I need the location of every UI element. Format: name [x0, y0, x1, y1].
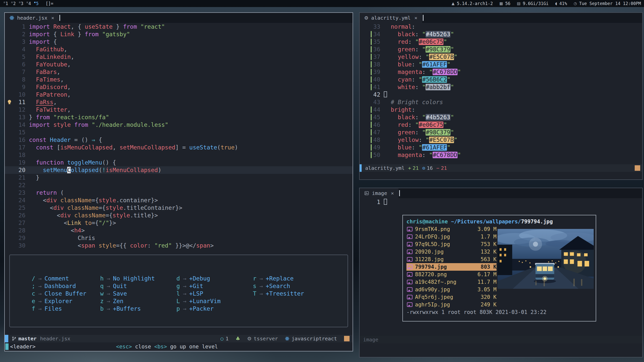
- whichkey-binding[interactable]: c→Close Buffer: [31, 290, 100, 297]
- code-line[interactable]: 30 <span style={{ color: "red" }}>@</spa…: [5, 242, 353, 249]
- code-line[interactable]: 37 yellow: "#E5C07B": [360, 53, 642, 61]
- scroll-indicator[interactable]: [344, 336, 350, 341]
- code-line[interactable]: 40 cyan: "#56B6C2": [360, 76, 642, 83]
- scroll-indicator[interactable]: [635, 165, 640, 171]
- code-buffer-alacritty[interactable]: 33 normal:34 black: "#4b5263"35 red: "#e…: [360, 23, 642, 164]
- code-line[interactable]: 49 blue: "#61AFEF": [360, 144, 642, 151]
- code-line[interactable]: 25 <div className={style.titleContainer}…: [5, 204, 353, 212]
- close-icon[interactable]: ×: [391, 190, 394, 196]
- code-line[interactable]: 13} from "react-icons/fa": [5, 113, 353, 121]
- code-line[interactable]: 23 return (: [5, 189, 353, 196]
- layout-symbol[interactable]: []=: [46, 1, 53, 6]
- file-row[interactable]: aghr5Ip.jpg249 K: [406, 301, 497, 308]
- whichkey-binding[interactable]: d→+Debug: [176, 275, 253, 282]
- code-line[interactable]: 16const Header = () ⇒ {: [5, 136, 353, 144]
- code-line[interactable]: 14import style from "./header.module.les…: [5, 121, 353, 129]
- code-line[interactable]: 18: [5, 151, 353, 159]
- cmdline[interactable]: [360, 172, 642, 179]
- close-icon[interactable]: ×: [414, 15, 418, 21]
- file-row[interactable]: 20920.jpg132 K: [406, 248, 497, 256]
- cmdline[interactable]: <leader> <esc> close <bs> go up one leve…: [5, 342, 353, 351]
- code-line[interactable]: 1import React, { useState } from "react": [5, 23, 353, 30]
- code-line[interactable]: 36 green: "#98C379": [360, 46, 642, 53]
- code-line[interactable]: 9 FaDiscord,: [5, 83, 353, 91]
- workspace-tag-3[interactable]: 3: [18, 1, 26, 6]
- cmdline[interactable]: [360, 343, 642, 357]
- whichkey-binding[interactable]: r→+Replace: [253, 275, 304, 282]
- workspace-tag-5[interactable]: 5: [33, 1, 41, 6]
- code-line[interactable]: 42: [360, 91, 642, 98]
- code-line[interactable]: 4 FaGithub,: [5, 46, 353, 53]
- file-row[interactable]: ad6v90y.jpg3.05 M: [406, 286, 497, 293]
- code-line[interactable]: 17 const [isMenuCollapsed, setMenuCollap…: [5, 144, 353, 151]
- whichkey-binding[interactable]: p→+Packer: [176, 305, 253, 312]
- file-row[interactable]: 31228.jpg563 K: [406, 256, 497, 263]
- workspace-tag-4[interactable]: 4: [26, 1, 33, 6]
- whichkey-binding[interactable]: h→No Highlight: [100, 275, 176, 282]
- code-line[interactable]: 12 FaTwitter,: [5, 106, 353, 113]
- code-line[interactable]: 39 magenta: "#C678DD": [360, 68, 642, 76]
- file-row[interactable]: 97q9L5D.jpg753 K: [406, 240, 497, 248]
- whichkey-binding[interactable]: e→Explorer: [31, 297, 100, 305]
- code-line[interactable]: 35 red: "#e06c75": [360, 38, 642, 46]
- file-row[interactable]: 799794.jpg803 K: [406, 263, 497, 271]
- code-line[interactable]: 45 black: "#4b5263": [360, 113, 642, 121]
- code-line[interactable]: 3import {: [5, 38, 353, 46]
- whichkey-binding[interactable]: /→Comment: [31, 275, 100, 282]
- code-line[interactable]: 11 FaRss,: [5, 98, 353, 106]
- code-line[interactable]: 34 black: "#4b5263": [360, 30, 642, 38]
- code-line[interactable]: 24 <div className={style.container}>: [5, 196, 353, 204]
- whichkey-binding[interactable]: s→+Search: [253, 282, 304, 290]
- code-line[interactable]: 22: [5, 181, 353, 189]
- code-line[interactable]: 20 setMenuCollapsed(!isMenuCollapsed): [5, 166, 353, 174]
- code-line[interactable]: 46 red: "#e06c75": [360, 121, 642, 129]
- code-line[interactable]: 1: [360, 198, 642, 206]
- file-row[interactable]: 9rsmTK4.png3.09 M: [406, 225, 497, 233]
- tab-image[interactable]: image ×: [360, 188, 398, 198]
- close-icon[interactable]: ×: [51, 15, 54, 21]
- file-row[interactable]: 24LrDFQ.jpg1.7 M: [406, 233, 497, 240]
- code-line[interactable]: 2import { Link } from "gatsby": [5, 30, 353, 38]
- code-line[interactable]: 5 FaLinkedin,: [5, 53, 353, 61]
- code-line[interactable]: 19 function toggleMenu() {: [5, 159, 353, 166]
- whichkey-binding[interactable]: l→+LSP: [176, 290, 253, 297]
- whichkey-binding[interactable]: ;→Dashboard: [31, 282, 100, 290]
- code-line[interactable]: 28 <h4>: [5, 227, 353, 234]
- key: b: [100, 305, 104, 312]
- workspace-tag-1[interactable]: 1: [3, 1, 11, 6]
- whichkey-binding[interactable]: T→+Treesitter: [253, 290, 304, 297]
- whichkey-binding[interactable]: z→Zen: [100, 297, 176, 305]
- code-line[interactable]: 6 FaYoutube,: [5, 61, 353, 68]
- git-branch[interactable]: master: [12, 336, 36, 342]
- file-row[interactable]: a19c482f~.png11.7 M: [406, 278, 497, 286]
- code-buffer-image[interactable]: chris@machine ~/Pictures/wallpapers/7997…: [360, 198, 642, 336]
- whichkey-binding[interactable]: f→Files: [31, 305, 100, 312]
- code-line[interactable]: 26 <div className={style.title}>: [5, 212, 353, 219]
- lightbulb-icon[interactable]: [8, 100, 11, 103]
- whichkey-binding[interactable]: q→Quit: [100, 282, 176, 290]
- code-line[interactable]: 8 FaTimes,: [5, 76, 353, 83]
- code-line[interactable]: 44 bright:: [360, 106, 642, 113]
- code-line[interactable]: 47 green: "#98C379": [360, 129, 642, 136]
- code-line[interactable]: 15: [5, 129, 353, 136]
- code-line[interactable]: 27 <Link to={"/"}>: [5, 219, 353, 227]
- whichkey-binding[interactable]: g→+Git: [176, 282, 253, 290]
- whichkey-binding[interactable]: L→+LunarVim: [176, 297, 253, 305]
- code-line[interactable]: 48 yellow: "#E5C07B": [360, 136, 642, 144]
- code-line[interactable]: 29 Chris: [5, 234, 353, 242]
- file-row[interactable]: 882720.png6.17 M: [406, 271, 497, 278]
- file-row[interactable]: AFq5r6j.jpeg320 K: [406, 293, 497, 301]
- code-line[interactable]: 43 # Bright colors: [360, 98, 642, 106]
- workspace-tag-2[interactable]: 2: [11, 1, 18, 6]
- whichkey-binding[interactable]: w→Save: [100, 290, 176, 297]
- whichkey-binding[interactable]: b→+Buffers: [100, 305, 176, 312]
- tab-alacritty-yml[interactable]: ⚙ alacritty.yml ×: [360, 13, 422, 23]
- code-line[interactable]: 41 white: "#abb2bf": [360, 83, 642, 91]
- code-line[interactable]: 38 blue: "#61AFEF": [360, 61, 642, 68]
- code-line[interactable]: 21 }: [5, 174, 353, 181]
- code-line[interactable]: 50 magenta: "#C678DD": [360, 151, 642, 159]
- code-line[interactable]: 7 FaBars,: [5, 68, 353, 76]
- code-line[interactable]: 10 FaPatreon,: [5, 91, 353, 98]
- tab-header-jsx[interactable]: header.jsx ×: [5, 13, 59, 23]
- code-line[interactable]: 33 normal:: [360, 23, 642, 30]
